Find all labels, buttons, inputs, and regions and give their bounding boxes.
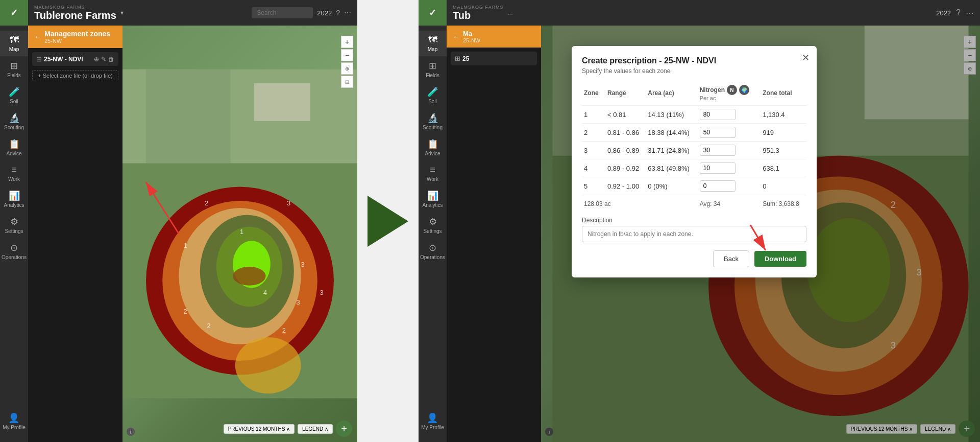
year-label-left: 2022 — [317, 9, 332, 17]
soil-label-right: Soil — [428, 99, 437, 104]
info-icon-left[interactable]: i — [127, 428, 135, 436]
time-range-btn-left[interactable]: PREVIOUS 12 MONTHS ∧ — [224, 424, 295, 434]
more-icon-left[interactable]: ⋯ — [344, 9, 351, 17]
sidebar-item-map[interactable]: 🗺 Map — [0, 31, 28, 56]
cell-zone-2: 3 — [582, 142, 605, 159]
search-input-left[interactable] — [252, 7, 313, 18]
right-main: MALMSKOG FARMS Tub ... 2022 ? ⋯ ← Ma 2 — [447, 0, 980, 442]
right-panel-header: ← Ma 25-NW — [447, 26, 541, 48]
prescription-table: Zone Range Area (ac) Nitrogen N 🌍 — [582, 83, 806, 211]
back-arrow-icon[interactable]: ← — [34, 33, 41, 41]
download-button[interactable]: Download — [754, 251, 806, 267]
zoom-in-btn-left[interactable]: + — [341, 36, 353, 48]
map-icon-right: 🗺 — [428, 35, 437, 45]
more-icon-right[interactable]: ⋯ — [966, 8, 974, 18]
legend-btn-left[interactable]: LEGEND ∧ — [298, 424, 333, 434]
header-left-group: MALMSKOG FARMS Tublerone Farms — [34, 5, 116, 21]
map-container-left: 1 2 3 3 3 2 2 2 3 1 4 — [122, 26, 357, 442]
compass-btn-left[interactable]: ⊕ — [341, 62, 353, 75]
right-header: MALMSKOG FARMS Tub ... 2022 ? ⋯ — [447, 0, 980, 26]
sidebar-item-profile-right[interactable]: 👤 My Profile — [421, 408, 444, 434]
map-bottom-left: PREVIOUS 12 MONTHS ∧ LEGEND ∧ + — [224, 421, 352, 437]
nitrogen-input-3[interactable] — [700, 162, 736, 174]
cell-total-0: 1,130.4 — [761, 106, 806, 124]
dropdown-arrow-left[interactable]: ▾ — [120, 9, 124, 16]
sidebar-label-scouting: Scouting — [4, 125, 24, 130]
right-sidebar: ✓ 🗺 Map ⊞ Fields 🧪 Soil 🔬 Scouting 📋 Adv… — [419, 0, 447, 442]
sidebar-item-analytics-right[interactable]: 📊 Analytics — [419, 186, 447, 212]
cell-area-4: 0 (0%) — [646, 177, 697, 195]
analytics-icon-right: 📊 — [427, 190, 438, 201]
zone-grid-icon: ⊞ — [36, 55, 42, 63]
sidebar-item-settings-right[interactable]: ⚙ Settings — [419, 212, 447, 238]
farm-name-left[interactable]: Tublerone Farms — [34, 10, 116, 21]
svg-point-10 — [233, 267, 265, 286]
cell-range-1: 0.81 - 0.86 — [605, 124, 646, 142]
cell-nitrogen-2[interactable] — [698, 142, 761, 159]
right-panel-sub: 25-NW — [463, 37, 480, 43]
sidebar-item-advice-right[interactable]: 📋 Advice — [419, 134, 447, 160]
cell-nitrogen-0[interactable] — [698, 106, 761, 124]
avg-label: Avg: 34 — [698, 195, 761, 211]
sidebar-label-map: Map — [9, 46, 19, 52]
cell-nitrogen-3[interactable] — [698, 159, 761, 177]
col-zone: Zone — [582, 83, 605, 106]
sidebar-item-settings[interactable]: ⚙ Settings — [0, 212, 28, 238]
cell-nitrogen-1[interactable] — [698, 124, 761, 142]
checkmark-icon-right: ✓ — [429, 7, 436, 18]
zone-edit-icon[interactable]: ✎ — [101, 56, 106, 63]
right-inner-panel: ← Ma 25-NW ⊞ 25 — [447, 26, 541, 442]
svg-text:2: 2 — [184, 308, 187, 315]
sidebar-item-fields[interactable]: ⊞ Fields — [0, 56, 28, 82]
sidebar-item-operations[interactable]: ⊙ Operations — [0, 238, 28, 264]
layers-btn-left[interactable]: ⊟ — [341, 76, 353, 88]
description-input[interactable] — [582, 226, 806, 242]
right-content: ← Ma 25-NW ⊞ 25 — [447, 26, 980, 442]
sidebar-item-advice[interactable]: 📋 Advice — [0, 134, 28, 160]
zone-share-icon[interactable]: ⊕ — [94, 56, 99, 63]
svg-rect-2 — [254, 83, 310, 121]
help-icon-right[interactable]: ? — [956, 8, 961, 17]
sidebar-item-work[interactable]: ≡ Work — [0, 160, 28, 186]
modal-close-button[interactable]: ✕ — [802, 52, 810, 63]
sidebar-label-fields: Fields — [7, 73, 21, 78]
zone-delete-icon[interactable]: 🗑 — [108, 56, 114, 63]
back-arrow-right[interactable]: ← — [453, 33, 460, 41]
zoom-out-btn-left[interactable]: − — [341, 49, 353, 61]
zone-select-button[interactable]: + Select zone file (or drop file) — [32, 70, 118, 81]
sidebar-item-fields-right[interactable]: ⊞ Fields — [419, 56, 447, 82]
cell-nitrogen-4[interactable] — [698, 177, 761, 195]
nitrogen-input-1[interactable] — [700, 127, 736, 138]
map-controls-left: + − ⊕ ⊟ — [341, 36, 353, 88]
back-button[interactable]: Back — [713, 250, 749, 267]
cell-total-1: 919 — [761, 124, 806, 142]
sidebar-item-soil-right[interactable]: 🧪 Soil — [419, 82, 447, 108]
soil-icon-right: 🧪 — [427, 86, 438, 98]
modal-subtitle: Specify the values for each zone — [582, 67, 806, 75]
advice-icon-right: 📋 — [427, 138, 438, 150]
field-zones-svg: 1 2 3 3 3 2 2 2 3 1 4 — [122, 26, 357, 442]
svg-text:3: 3 — [296, 298, 300, 306]
nitrogen-input-0[interactable] — [700, 109, 736, 120]
sidebar-item-work-right[interactable]: ≡ Work — [419, 160, 447, 186]
header-icons-left: ? ⋯ — [336, 9, 351, 17]
farm-name-right[interactable]: Tub — [453, 10, 504, 21]
sidebar-item-map-right[interactable]: 🗺 Map — [419, 31, 447, 56]
nitrogen-input-2[interactable] — [700, 145, 736, 156]
sidebar-item-operations-right[interactable]: ⊙ Operations — [419, 238, 447, 264]
help-icon-left[interactable]: ? — [336, 9, 340, 17]
cell-zone-0: 1 — [582, 106, 605, 124]
modal-overlay: ✕ Create prescription - 25-NW - NDVI Spe… — [541, 26, 980, 442]
add-fab-left[interactable]: + — [336, 421, 352, 437]
sidebar-item-scouting[interactable]: 🔬 Scouting — [0, 108, 28, 134]
left-sidebar: ✓ 🗺 Map ⊞ Fields 🧪 Soil 🔬 Scouting 📋 Adv… — [0, 0, 28, 442]
zone-item: ⊞ 25-NW - NDVI ⊕ ✎ 🗑 — [32, 52, 118, 66]
sidebar-item-profile[interactable]: 👤 My Profile — [3, 408, 25, 434]
sidebar-item-scouting-right[interactable]: 🔬 Scouting — [419, 108, 447, 134]
dropdown-right[interactable]: ... — [508, 9, 513, 16]
right-panel: ✓ 🗺 Map ⊞ Fields 🧪 Soil 🔬 Scouting 📋 Adv… — [419, 0, 980, 442]
sidebar-item-analytics[interactable]: 📊 Analytics — [0, 186, 28, 212]
sidebar-item-soil[interactable]: 🧪 Soil — [0, 82, 28, 108]
sidebar-label-profile: My Profile — [3, 425, 25, 430]
nitrogen-input-4[interactable] — [700, 180, 736, 192]
